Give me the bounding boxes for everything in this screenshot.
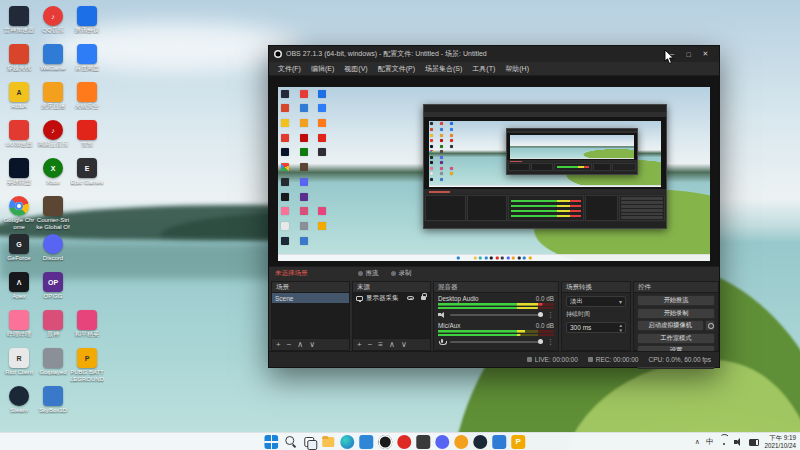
desktop-icon-Discord[interactable]: Discord (36, 234, 70, 262)
desktop-icon-Epic Games[interactable]: EEpic Games (70, 158, 104, 186)
desktop-icon-PUBG BATTLEGROUNDS[interactable]: PPUBG BATTLEGROUNDS (70, 348, 104, 383)
desktop-icon-Counter-Strike Global Offensive[interactable]: Counter-Strike Global Offensive (36, 196, 70, 231)
desktop-icon-腾讯会议[interactable]: 腾讯会议 (70, 6, 104, 34)
desktop-icon-Steam[interactable]: Steam (2, 386, 36, 414)
menu-item-视图(V)[interactable]: 视图(V) (339, 64, 372, 74)
taskbar-icon-netease-music[interactable] (397, 435, 411, 449)
obs-window[interactable]: OBS 27.1.3 (64-bit, windows) - 配置文件: Unt… (268, 45, 720, 368)
ime-indicator[interactable]: 中 (706, 437, 714, 447)
clock[interactable]: 下午 9:19 2021/10/24 (764, 434, 796, 449)
desktop-icon-WeGame[interactable]: WeGame (36, 44, 70, 72)
remove-icon[interactable]: − (287, 341, 292, 349)
desktop-icon-虎牙直播[interactable]: 虎牙直播 (36, 82, 70, 110)
desktop-icon-火绒安全[interactable]: 火绒安全 (70, 82, 104, 110)
sources-list[interactable]: 显示器采集 (353, 293, 430, 338)
move-up-icon[interactable]: ∧ (297, 341, 303, 349)
channel-name[interactable]: Mic/Aux (438, 322, 460, 329)
taskbar-icon-edge[interactable] (340, 435, 354, 449)
desktop-icon-Xbox[interactable]: XXbox (36, 158, 70, 186)
tray-overflow-chevron-icon[interactable]: ∧ (695, 438, 700, 446)
desktop-icon-京东[interactable]: 京东 (70, 120, 104, 148)
taskbar-icon-pubg[interactable]: P (511, 435, 525, 449)
desktop-icon-Guiplayed[interactable]: Guiplayed (36, 348, 70, 376)
control-button-开始录制[interactable]: 开始录制 (637, 308, 715, 319)
taskbar-icon-obs-studio[interactable] (378, 435, 392, 449)
menu-item-场景集合(S)[interactable]: 场景集合(S) (420, 64, 467, 74)
desktop-icon-GeForce[interactable]: GGeForce (2, 234, 36, 262)
battery-icon[interactable] (749, 438, 758, 446)
control-button-启动虚拟摄像机[interactable]: 启动虚拟摄像机 (637, 320, 704, 331)
speaker-icon[interactable] (438, 312, 446, 318)
taskbar-icon-search[interactable] (283, 435, 297, 449)
stream-indicator[interactable]: 推流 (358, 269, 379, 278)
move-up-icon[interactable]: ∧ (389, 341, 395, 349)
add-icon[interactable]: + (276, 341, 281, 349)
menu-item-配置文件(P)[interactable]: 配置文件(P) (373, 64, 420, 74)
transition-select[interactable]: 淡出 ▾ (566, 296, 626, 307)
desktop-icon-百度网盘[interactable]: 百度网盘 (70, 44, 104, 72)
visibility-eye-icon[interactable] (407, 296, 414, 301)
desktop-icon-雷神加速器[interactable]: 雷神加速器 (2, 6, 36, 34)
desktop-icon-英雄联盟[interactable]: 英雄联盟 (2, 158, 36, 186)
slider-handle[interactable] (538, 312, 543, 317)
close-button[interactable]: ✕ (697, 46, 714, 62)
source-item[interactable]: 显示器采集 (353, 293, 430, 303)
virtual-camera-settings-gear-icon[interactable] (705, 320, 715, 331)
menu-item-工具(T)[interactable]: 工具(T) (467, 64, 500, 74)
desktop-icon-和平精英[interactable]: 和平精英 (70, 310, 104, 338)
obs-preview[interactable] (269, 76, 719, 266)
taskbar-icon-discord[interactable] (435, 435, 449, 449)
taskbar-icon-security-center[interactable] (416, 435, 430, 449)
slider-handle[interactable] (538, 339, 543, 344)
volume-icon[interactable] (734, 438, 743, 446)
properties-icon[interactable]: ≡ (378, 341, 383, 349)
obs-titlebar[interactable]: OBS 27.1.3 (64-bit, windows) - 配置文件: Unt… (269, 46, 719, 62)
desktop-icon-OP.GG[interactable]: OPOP.GG (36, 272, 70, 300)
control-button-工作室模式[interactable]: 工作室模式 (637, 333, 715, 344)
move-down-icon[interactable]: ∨ (309, 341, 315, 349)
desktop-icon-穿越火线[interactable]: 穿越火线 (2, 44, 36, 72)
scenes-list[interactable]: Scene (272, 293, 349, 338)
taskbar-icon-start[interactable] (264, 435, 278, 449)
display-capture-preview[interactable] (278, 87, 710, 261)
desktop-icon-label: SkyBox3D (36, 407, 70, 414)
desktop-icon-AULA[interactable]: AAULA (2, 82, 36, 110)
desktop-icon-Apex[interactable]: ΛApex (2, 272, 36, 300)
channel-name[interactable]: Desktop Audio (438, 295, 479, 302)
desktop-icon-SkyBox3D[interactable]: SkyBox3D (36, 386, 70, 414)
desktop-icon-UU加速器[interactable]: UU加速器 (2, 120, 36, 148)
desktop-icon-Riot Client[interactable]: RRiot Client (2, 348, 36, 376)
add-icon[interactable]: + (357, 341, 362, 349)
mic-icon[interactable] (438, 339, 446, 345)
menu-item-编辑(E)[interactable]: 编辑(E) (306, 64, 339, 74)
record-indicator[interactable]: 录制 (391, 269, 412, 278)
desktop-icon-Google Chrome[interactable]: Google Chrome (2, 196, 36, 230)
record-dot-icon (391, 271, 396, 276)
remove-icon[interactable]: − (368, 341, 373, 349)
move-down-icon[interactable]: ∨ (401, 341, 407, 349)
lock-icon[interactable] (421, 296, 426, 300)
volume-slider[interactable] (450, 341, 543, 343)
desktop-icon-QQ音乐[interactable]: ♪QQ音乐 (36, 6, 70, 34)
taskbar-icon-microsoft-store[interactable] (359, 435, 373, 449)
taskbar-icon-steam[interactable] (473, 435, 487, 449)
channel-menu-icon[interactable]: ⋮ (547, 338, 554, 345)
desktop-icon-原神[interactable]: 原神 (36, 310, 70, 338)
scene-item[interactable]: Scene (272, 293, 349, 303)
channel-menu-icon[interactable]: ⋮ (547, 311, 554, 318)
menu-item-帮助(H)[interactable]: 帮助(H) (500, 64, 534, 74)
desktop-icon-哔哩哔哩[interactable]: 哔哩哔哩 (2, 310, 36, 338)
duration-spinner[interactable]: 300 ms ▴▾ (566, 322, 626, 333)
maximize-button[interactable]: □ (680, 46, 697, 62)
taskbar-icon-huya[interactable] (454, 435, 468, 449)
taskbar-icon-task-view[interactable] (302, 435, 316, 449)
desktop-icon-网易云音乐[interactable]: ♪网易云音乐 (36, 120, 70, 148)
taskbar-icon-wegame[interactable] (492, 435, 506, 449)
spinner-arrows-icon[interactable]: ▴▾ (619, 323, 622, 332)
network-icon[interactable] (719, 438, 728, 446)
control-button-开始推流[interactable]: 开始推流 (637, 295, 715, 306)
scenes-dock-title: 场景 (272, 282, 349, 293)
taskbar-icon-file-explorer[interactable] (321, 435, 335, 449)
menu-item-文件(F)[interactable]: 文件(F) (273, 64, 306, 74)
volume-slider[interactable] (450, 314, 543, 316)
